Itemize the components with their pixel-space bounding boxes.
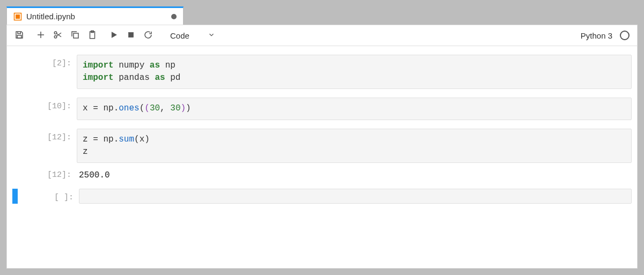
refresh-icon [143, 30, 153, 41]
scissors-icon [53, 30, 63, 41]
svg-rect-1 [16, 14, 20, 19]
insert-cell-button[interactable] [33, 27, 49, 43]
notebook-window: Untitled.ipynb [6, 6, 638, 269]
input-prompt: [2]: [18, 55, 77, 68]
code-editor[interactable]: z = np.sum(x) z [77, 129, 632, 163]
plus-icon [36, 30, 46, 41]
copy-icon [70, 30, 80, 41]
chevron-down-icon [208, 31, 215, 40]
svg-point-4 [54, 35, 57, 38]
interrupt-button[interactable] [123, 27, 139, 43]
output-row: [12]: 2500.0 [12, 166, 632, 180]
toolbar: Code Python 3 [6, 25, 638, 46]
notebook-area: [2]: import numpy as np import pandas as… [6, 46, 638, 269]
tab-untitled[interactable]: Untitled.ipynb [6, 6, 184, 25]
cell-type-label: Code [170, 31, 189, 40]
kernel-name[interactable]: Python 3 [581, 31, 612, 40]
kernel-indicator: Python 3 [581, 31, 633, 40]
svg-rect-5 [74, 33, 78, 38]
save-button[interactable] [11, 27, 27, 43]
kernel-status-icon[interactable] [620, 31, 630, 40]
active-cell-marker [12, 189, 18, 204]
svg-point-3 [54, 32, 57, 34]
restart-button[interactable] [140, 27, 156, 43]
svg-rect-2 [17, 35, 21, 38]
code-editor[interactable]: x = np.ones((30, 30)) [77, 98, 632, 120]
run-button[interactable] [106, 27, 122, 43]
input-prompt: [12]: [18, 129, 77, 142]
code-cell[interactable]: [2]: import numpy as np import pandas as… [12, 55, 632, 89]
output-text: 2500.0 [77, 166, 632, 180]
cut-button[interactable] [50, 27, 66, 43]
save-icon [14, 30, 24, 41]
copy-button[interactable] [67, 27, 83, 43]
code-editor[interactable]: import numpy as np import pandas as pd [77, 55, 632, 89]
input-prompt: [ ]: [20, 189, 79, 202]
code-cell[interactable]: [12]: z = np.sum(x) z [12, 129, 632, 163]
notebook-file-icon [13, 12, 22, 21]
output-prompt: [12]: [18, 166, 77, 180]
play-icon [109, 30, 119, 41]
input-prompt: [10]: [18, 98, 77, 111]
paste-button[interactable] [84, 27, 100, 43]
cell-type-select[interactable]: Code [167, 30, 218, 41]
svg-rect-8 [129, 32, 134, 37]
tab-strip: Untitled.ipynb [6, 6, 638, 25]
code-cell[interactable]: [10]: x = np.ones((30, 30)) [12, 98, 632, 120]
clipboard-icon [87, 30, 97, 41]
code-editor[interactable] [79, 189, 632, 204]
tab-dirty-indicator [171, 14, 177, 19]
tab-title: Untitled.ipynb [26, 12, 167, 21]
stop-icon [126, 30, 136, 41]
code-cell[interactable]: [ ]: [12, 189, 632, 204]
